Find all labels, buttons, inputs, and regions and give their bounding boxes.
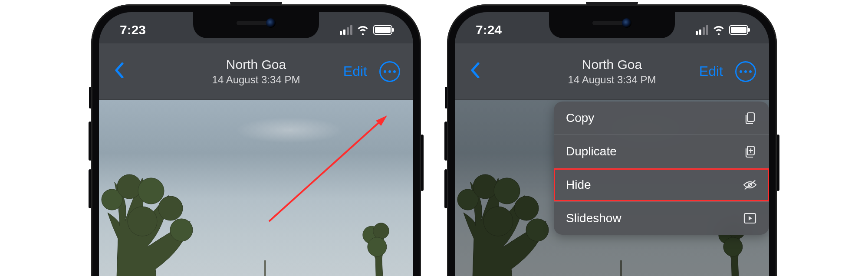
edit-button[interactable]: Edit (699, 63, 723, 79)
photo-pole-icon (264, 260, 266, 276)
menu-item-label: Duplicate (566, 145, 617, 158)
more-options-button[interactable] (735, 61, 756, 82)
notch (193, 12, 319, 38)
photo-viewer[interactable] (99, 100, 413, 276)
nav-title-block: North Goa 14 August 3:34 PM (212, 57, 300, 86)
page-title: North Goa (212, 57, 300, 72)
actions-menu: Copy Duplicate Hide (554, 102, 769, 235)
status-icons (696, 25, 748, 35)
status-icons (340, 25, 392, 35)
earpiece-icon (230, 2, 282, 5)
photo-foliage-icon (352, 203, 400, 276)
svg-marker-10 (376, 115, 387, 126)
slideshow-icon (743, 211, 757, 225)
status-time: 7:23 (120, 23, 146, 37)
phone-right: 7:24 North Goa (447, 4, 777, 276)
phone-screen: 7:24 North Goa (455, 12, 769, 276)
svg-point-1 (117, 174, 141, 199)
duplicate-icon (743, 145, 757, 158)
edit-button[interactable]: Edit (343, 63, 367, 79)
more-options-button[interactable] (379, 61, 400, 82)
menu-item-label: Slideshow (566, 211, 621, 225)
power-button (421, 135, 424, 191)
menu-item-label: Hide (566, 178, 591, 192)
wifi-icon (357, 25, 369, 35)
camera-icon (622, 18, 631, 28)
menu-item-slideshow[interactable]: Slideshow (554, 202, 769, 235)
nav-bar: North Goa 14 August 3:34 PM Edit (455, 43, 769, 100)
svg-point-7 (373, 223, 389, 239)
menu-item-hide[interactable]: Hide (554, 168, 769, 202)
page-title: North Goa (568, 57, 656, 72)
ellipsis-icon (384, 70, 386, 73)
status-time: 7:24 (476, 23, 502, 37)
phone-left: 7:23 North Goa (91, 4, 421, 276)
svg-point-2 (138, 178, 164, 204)
cellular-signal-icon (696, 25, 708, 35)
menu-item-copy[interactable]: Copy (554, 102, 769, 135)
wifi-icon (713, 25, 725, 35)
back-button[interactable] (112, 58, 127, 85)
menu-item-duplicate[interactable]: Duplicate (554, 135, 769, 168)
power-button (776, 135, 779, 191)
nav-bar: North Goa 14 August 3:34 PM Edit (99, 43, 413, 100)
cellular-signal-icon (340, 25, 352, 35)
back-button[interactable] (468, 58, 483, 85)
notch (549, 12, 675, 38)
camera-icon (266, 18, 276, 28)
nav-title-block: North Goa 14 August 3:34 PM (568, 57, 656, 86)
svg-point-5 (128, 207, 157, 236)
chevron-left-icon (470, 62, 480, 78)
photo-timestamp: 14 August 3:34 PM (212, 74, 300, 86)
photo-viewer[interactable]: Copy Duplicate Hide (455, 100, 769, 276)
photo-foliage-icon (99, 161, 207, 276)
hide-icon (743, 178, 757, 192)
svg-rect-20 (747, 113, 754, 122)
battery-icon (729, 25, 748, 35)
phone-frame: 7:23 North Goa (91, 4, 421, 276)
menu-item-label: Copy (566, 111, 594, 125)
chevron-left-icon (115, 62, 124, 78)
svg-point-4 (170, 219, 193, 241)
svg-point-8 (368, 237, 387, 256)
svg-marker-27 (749, 216, 752, 220)
ellipsis-icon (740, 70, 742, 73)
copy-icon (743, 111, 757, 125)
photo-timestamp: 14 August 3:34 PM (568, 74, 656, 86)
svg-point-3 (158, 196, 183, 220)
phone-frame: 7:24 North Goa (447, 4, 777, 276)
phone-screen: 7:23 North Goa (99, 12, 413, 276)
earpiece-icon (586, 2, 638, 5)
battery-icon (373, 25, 392, 35)
